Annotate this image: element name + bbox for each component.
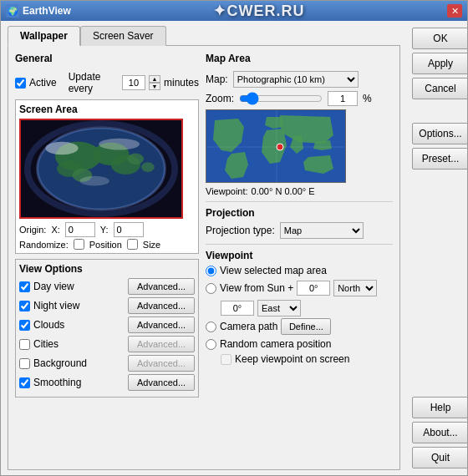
cities-advanced-btn[interactable]: Advanced... bbox=[128, 336, 195, 352]
origin-x-input[interactable] bbox=[65, 222, 95, 237]
map-area-section: Map Area Map: Photographic (10 km) Polit… bbox=[206, 53, 393, 196]
clouds-checkbox[interactable] bbox=[19, 320, 30, 331]
day-view-advanced-btn[interactable]: Advanced... bbox=[128, 278, 195, 295]
background-checkbox[interactable] bbox=[19, 358, 30, 369]
map-dropdown[interactable]: Photographic (10 km) Political Satellite bbox=[233, 71, 359, 88]
ok-button[interactable]: OK bbox=[412, 28, 467, 49]
title-bar: 🌍 EarthView ✦CWER.RU ✕ bbox=[1, 1, 467, 21]
svg-point-8 bbox=[127, 153, 144, 165]
about-button[interactable]: About... bbox=[412, 422, 467, 443]
projection-type-label: Projection type: bbox=[206, 225, 275, 236]
viewpoint-value: 0.00° N 0.00° E bbox=[252, 186, 315, 196]
smoothing-advanced-btn[interactable]: Advanced... bbox=[128, 374, 195, 391]
main-window: 🌍 EarthView ✦CWER.RU ✕ Wallpaper Screen … bbox=[0, 0, 468, 476]
keep-viewpoint-checkbox[interactable] bbox=[221, 354, 231, 365]
view-selected-label: View selected map area bbox=[220, 265, 327, 276]
options-button[interactable]: Options... bbox=[412, 123, 467, 144]
tab-wallpaper[interactable]: Wallpaper bbox=[8, 26, 80, 46]
x-label: X: bbox=[51, 225, 59, 235]
origin-y-input[interactable] bbox=[114, 222, 144, 237]
randomize-label: Randomize: bbox=[19, 240, 69, 250]
app-icon: 🌍 bbox=[6, 4, 19, 18]
keep-viewpoint-row: Keep viewpoint on screen bbox=[221, 353, 393, 365]
svg-point-9 bbox=[141, 162, 155, 172]
day-view-label: Day view bbox=[33, 281, 74, 292]
screen-area-section: Screen Area bbox=[15, 99, 199, 254]
origin-label: Origin: bbox=[19, 225, 46, 235]
clouds-label: Clouds bbox=[33, 319, 64, 331]
zoom-value-input[interactable] bbox=[328, 91, 358, 106]
update-down-btn[interactable]: ▼ bbox=[149, 83, 160, 90]
map-preview[interactable] bbox=[206, 109, 346, 183]
east-west-select[interactable]: East West bbox=[257, 300, 301, 316]
keep-viewpoint-label: Keep viewpoint on screen bbox=[235, 353, 349, 365]
background-advanced-btn[interactable]: Advanced... bbox=[128, 355, 195, 372]
smoothing-checkbox[interactable] bbox=[19, 377, 30, 388]
north-south-select[interactable]: North South bbox=[333, 280, 377, 296]
tab-bar: Wallpaper Screen Saver bbox=[8, 26, 400, 46]
position-label: Position bbox=[89, 240, 122, 250]
sun-second-row: East West bbox=[221, 300, 393, 316]
view-option-smoothing: Smoothing Advanced... bbox=[19, 374, 195, 391]
title-bar-left: 🌍 EarthView bbox=[6, 4, 71, 18]
projection-type-row: Projection type: Map Globe Cylindrical bbox=[206, 222, 393, 239]
view-sun-radio[interactable] bbox=[206, 283, 216, 294]
camera-path-radio[interactable] bbox=[206, 322, 216, 332]
night-view-checkbox[interactable] bbox=[19, 301, 30, 311]
main-panel: Wallpaper Screen Saver General Active Up… bbox=[1, 21, 407, 475]
projection-type-dropdown[interactable]: Map Globe Cylindrical bbox=[280, 222, 364, 239]
viewpoint-title: Viewpoint bbox=[206, 250, 393, 261]
cities-checkbox[interactable] bbox=[19, 339, 30, 350]
map-select-row: Map: Photographic (10 km) Political Sate… bbox=[206, 71, 393, 88]
view-selected-row: View selected map area bbox=[206, 265, 393, 276]
night-view-advanced-btn[interactable]: Advanced... bbox=[128, 297, 195, 314]
viewpoint-section: Viewpoint View selected map area View fr… bbox=[206, 244, 393, 365]
active-checkbox[interactable] bbox=[15, 78, 26, 89]
window-title: EarthView bbox=[23, 5, 71, 17]
view-sun-label: View from Sun + bbox=[220, 282, 293, 294]
day-view-checkbox[interactable] bbox=[19, 281, 30, 292]
preset-button[interactable]: Preset... bbox=[412, 148, 467, 170]
left-column: General Active Update every ▲ ▼ minutes bbox=[15, 53, 199, 463]
map-area-title: Map Area bbox=[206, 53, 393, 64]
cities-label: Cities bbox=[33, 338, 58, 350]
general-section: General Active Update every ▲ ▼ minutes bbox=[15, 53, 199, 94]
zoom-percent: % bbox=[363, 93, 372, 104]
map-label: Map: bbox=[206, 73, 228, 85]
tab-screensaver[interactable]: Screen Saver bbox=[80, 26, 166, 46]
help-button[interactable]: Help bbox=[412, 397, 467, 418]
zoom-row: Zoom: % bbox=[206, 91, 393, 106]
tab-content: General Active Update every ▲ ▼ minutes bbox=[8, 45, 400, 470]
title-watermark-area: ✦CWER.RU bbox=[71, 2, 447, 20]
clouds-advanced-btn[interactable]: Advanced... bbox=[128, 316, 195, 333]
view-selected-radio[interactable] bbox=[206, 266, 216, 276]
apply-button[interactable]: Apply bbox=[412, 53, 467, 74]
night-view-label: Night view bbox=[33, 300, 79, 311]
svg-point-11 bbox=[99, 139, 140, 150]
random-camera-label: Random camera position bbox=[220, 338, 331, 350]
quit-button[interactable]: Quit bbox=[412, 447, 467, 468]
earth-preview bbox=[19, 119, 183, 219]
size-label: Size bbox=[143, 240, 160, 250]
cancel-button[interactable]: Cancel bbox=[412, 78, 467, 99]
update-up-btn[interactable]: ▲ bbox=[149, 75, 160, 83]
camera-path-row: Camera path Define... bbox=[206, 318, 393, 335]
y-label: Y: bbox=[100, 225, 109, 235]
position-checkbox[interactable] bbox=[74, 239, 84, 250]
size-checkbox[interactable] bbox=[127, 239, 138, 250]
sun-deg2-input[interactable] bbox=[221, 301, 254, 316]
active-row: Active Update every ▲ ▼ minutes bbox=[15, 71, 199, 94]
general-title: General bbox=[15, 53, 199, 64]
close-button[interactable]: ✕ bbox=[447, 4, 462, 18]
define-button[interactable]: Define... bbox=[281, 318, 331, 335]
update-value-input[interactable] bbox=[122, 75, 145, 90]
smoothing-label: Smoothing bbox=[33, 377, 81, 388]
camera-path-label: Camera path bbox=[220, 321, 277, 332]
zoom-slider[interactable] bbox=[239, 92, 323, 105]
view-options-title: View Options bbox=[19, 263, 195, 275]
world-map-svg bbox=[206, 110, 346, 183]
random-camera-radio[interactable] bbox=[206, 339, 216, 350]
svg-point-12 bbox=[80, 176, 109, 186]
view-sun-row: View from Sun + North South bbox=[206, 280, 393, 296]
sun-deg1-input[interactable] bbox=[297, 281, 330, 296]
